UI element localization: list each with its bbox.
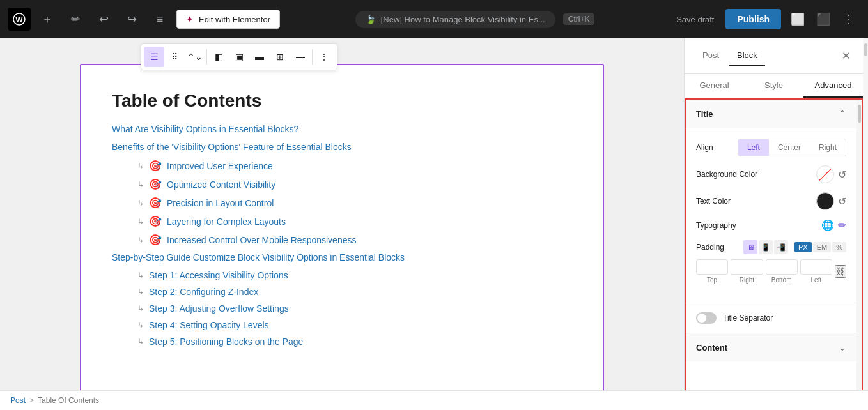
device-mobile-tab[interactable]: 📲: [774, 240, 788, 254]
shortcut-badge: Ctrl+K: [563, 13, 595, 25]
link-padding-button[interactable]: ⛓: [835, 265, 846, 278]
list-item: ↳ Step 1: Accessing Visibility Options: [137, 270, 572, 280]
breadcrumb: Post > Table Of Contents: [0, 390, 868, 410]
sub-arrow-icon: ↳: [137, 217, 144, 226]
publish-button[interactable]: Publish: [725, 9, 781, 29]
top-bar-right-icons: ⬜ ⬛ ⋮: [786, 8, 860, 31]
edit-icon-button[interactable]: ✏: [64, 8, 87, 31]
save-draft-button[interactable]: Save draft: [670, 11, 720, 28]
list-view-button[interactable]: ≡: [148, 8, 171, 31]
tab-block[interactable]: Block: [729, 45, 765, 66]
list-item: ↳ Step 3: Adjusting Overflow Settings: [137, 303, 572, 314]
title-section-header[interactable]: Title ⌃: [686, 100, 856, 128]
align-buttons: Left Center Right: [738, 139, 846, 156]
align-left-button[interactable]: Left: [738, 139, 769, 156]
step-link-3[interactable]: Step 3: Adjusting Overflow Settings: [149, 303, 289, 314]
list-item: ↳ 🎯 Increased Control Over Mobile Respon…: [137, 234, 572, 246]
close-panel-button[interactable]: ✕: [839, 47, 853, 65]
typography-controls: 🌐 ✏: [821, 219, 846, 231]
sub-link-2[interactable]: Optimized Content Visibility: [167, 179, 275, 190]
block-type-button[interactable]: ☰: [144, 47, 164, 67]
panel-scrollbar-thumb: [858, 105, 861, 123]
more-block-options[interactable]: ⋮: [314, 47, 334, 67]
toggle-thumb: [697, 314, 706, 323]
align-center-button[interactable]: ▣: [229, 47, 249, 67]
move-up-down-button[interactable]: ⌃⌄: [185, 47, 205, 67]
title-section-toggle-icon: ⌃: [839, 109, 846, 119]
sub-arrow-icon: ↳: [137, 321, 144, 330]
title-separator-toggle[interactable]: [696, 312, 717, 324]
list-item: ↳ 🎯 Layering for Complex Layouts: [137, 215, 572, 227]
breadcrumb-post-link[interactable]: Post: [10, 396, 26, 405]
sub-arrow-icon: ↳: [137, 304, 144, 313]
step-link-5[interactable]: Step 5: Positioning Blocks on the Page: [149, 337, 303, 347]
step-link-2[interactable]: Step 2: Configuring Z-Index: [149, 287, 258, 297]
padding-unit-tabs: PX EM %: [794, 242, 846, 252]
title-area: 🍃 [New] How to Manage Block Visibility i…: [285, 11, 665, 28]
drag-handle[interactable]: ⠿: [164, 47, 185, 67]
view-button[interactable]: ⬜: [786, 8, 809, 31]
align-right-fill-button[interactable]: ▬: [249, 47, 270, 67]
step-link-4[interactable]: Step 4: Setting Opacity Levels: [149, 320, 269, 330]
padding-top-input[interactable]: [696, 259, 728, 275]
title-separator-row: Title Separator: [686, 303, 856, 333]
align-right-button[interactable]: Right: [810, 139, 846, 156]
toc-link-3[interactable]: Step-by-Step Guide Customize Block Visib…: [112, 252, 572, 262]
toc-link-1[interactable]: What Are Visibility Options in Essential…: [112, 124, 572, 134]
padding-right-input[interactable]: [731, 259, 763, 275]
sub-link-1[interactable]: Improved User Experience: [167, 161, 273, 171]
top-bar: W ＋ ✏ ↩ ↪ ≡ ✦ Edit with Elementor 🍃 [New…: [0, 0, 868, 38]
sub-arrow-icon: ↳: [137, 287, 144, 296]
target-icon-5: 🎯: [149, 234, 162, 246]
title-pill[interactable]: 🍃 [New] How to Manage Block Visibility i…: [355, 11, 555, 28]
typography-label: Typography: [696, 221, 736, 230]
text-color-reset-button[interactable]: ↺: [838, 195, 846, 208]
text-color-row: Text Color ↺: [696, 192, 846, 210]
main-layout: ☰ ⠿ ⌃⌄ ◧ ▣ ▬ ⊞ — ⋮ Table of Contents Wha…: [0, 38, 868, 410]
unit-px[interactable]: PX: [794, 242, 812, 252]
text-color-label: Text Color: [696, 197, 731, 206]
panel-body: Title ⌃ Align Left Center Right: [686, 100, 856, 409]
tab-advanced[interactable]: Advanced: [803, 74, 863, 98]
redo-button[interactable]: ↪: [120, 8, 143, 31]
unit-em[interactable]: EM: [813, 242, 832, 252]
toc-link-2[interactable]: Benefits of the 'Visibility Options' Fea…: [112, 142, 572, 152]
edit-elementor-button[interactable]: ✦ Edit with Elementor: [176, 10, 280, 29]
bg-color-controls: ↺: [816, 165, 846, 183]
device-desktop-tab[interactable]: 🖥: [743, 240, 757, 254]
edit-typography-icon[interactable]: ✏: [838, 219, 846, 231]
list-item: ↳ Step 4: Setting Opacity Levels: [137, 320, 572, 330]
bg-color-reset-button[interactable]: ↺: [838, 169, 846, 181]
layout-button[interactable]: ⬛: [812, 8, 835, 31]
bg-color-label: Background Color: [696, 170, 757, 179]
padding-top-label: Top: [707, 277, 717, 284]
content-section-header[interactable]: Content ⌄: [686, 333, 856, 361]
globe-icon[interactable]: 🌐: [821, 219, 834, 231]
unit-percent[interactable]: %: [832, 242, 846, 252]
more-options-button[interactable]: ⋮: [837, 8, 860, 31]
tab-post[interactable]: Post: [695, 45, 727, 66]
minus-button[interactable]: —: [290, 47, 311, 67]
indent-button[interactable]: ⊞: [270, 47, 290, 67]
align-center-button[interactable]: Center: [769, 139, 810, 156]
bg-color-swatch[interactable]: [816, 165, 834, 183]
add-block-button[interactable]: ＋: [36, 8, 59, 31]
sub-link-4[interactable]: Layering for Complex Layouts: [167, 216, 286, 227]
leaf-icon: 🍃: [366, 15, 376, 24]
toolbar-separator: [206, 49, 207, 65]
device-tablet-tab[interactable]: 📱: [759, 240, 773, 254]
title-separator-label: Title Separator: [723, 314, 773, 323]
step-link-1[interactable]: Step 1: Accessing Visibility Options: [149, 270, 288, 280]
padding-left-input[interactable]: [800, 259, 832, 275]
panel-tabs: Post Block: [695, 45, 765, 66]
tab-general[interactable]: General: [685, 74, 744, 98]
sub-link-5[interactable]: Increased Control Over Mobile Responsive…: [167, 235, 356, 245]
padding-bottom-input[interactable]: [766, 259, 798, 275]
panel-scrollbar-track[interactable]: [856, 100, 862, 409]
sub-link-3[interactable]: Precision in Layout Control: [167, 198, 274, 208]
text-color-swatch[interactable]: [816, 192, 834, 210]
breadcrumb-separator: >: [29, 396, 34, 405]
align-left-button[interactable]: ◧: [208, 47, 229, 67]
tab-style[interactable]: Style: [744, 74, 803, 98]
undo-button[interactable]: ↩: [92, 8, 115, 31]
